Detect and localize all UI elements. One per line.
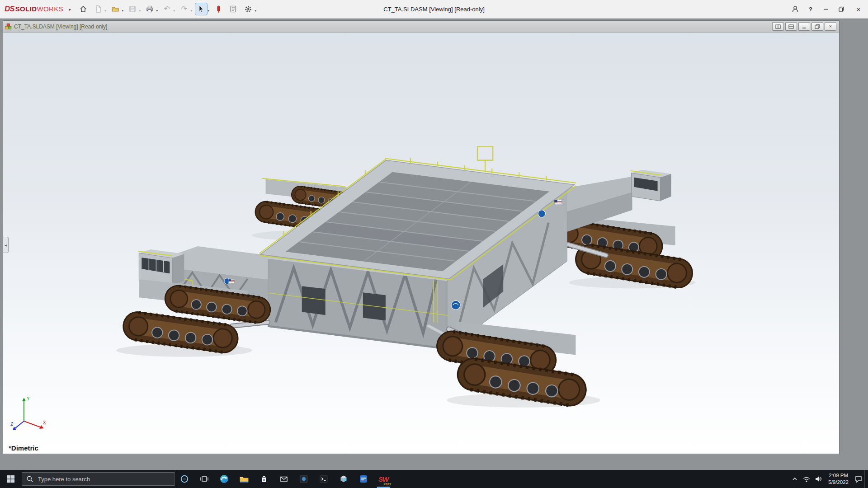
- task-view-button[interactable]: [194, 470, 214, 488]
- doc-close-button[interactable]: ×: [825, 22, 836, 31]
- redo-icon: ↷: [181, 5, 187, 13]
- mdi-client-area: CT_TA.SLDASM [Viewing] [Read-only]: [0, 19, 868, 470]
- store-button[interactable]: [254, 470, 274, 488]
- mail-envelope-icon: [279, 474, 289, 484]
- track-unit-front-right[interactable]: [429, 321, 588, 408]
- edge-icon: [219, 474, 229, 484]
- restore-icon: [839, 6, 844, 12]
- search-input[interactable]: [37, 475, 170, 483]
- print-button[interactable]: [144, 3, 156, 15]
- mail-button[interactable]: [274, 470, 294, 488]
- home-button[interactable]: [77, 3, 89, 15]
- new-document-button[interactable]: [92, 3, 104, 15]
- close-button[interactable]: ×: [849, 0, 868, 18]
- blue-app-icon: [359, 474, 368, 484]
- solidworks-icon-year: 2021: [383, 482, 391, 486]
- wifi-icon: [802, 475, 811, 483]
- undo-button[interactable]: ↶: [161, 3, 173, 15]
- terminal-button[interactable]: [314, 470, 334, 488]
- start-button[interactable]: [0, 470, 22, 488]
- triad-y-label: Y: [27, 396, 30, 401]
- split-horizontal-button[interactable]: [785, 22, 797, 31]
- menu-expand-arrow-icon[interactable]: ▸: [69, 7, 71, 12]
- print-icon: [146, 5, 154, 13]
- touch-mode-button[interactable]: [212, 3, 224, 15]
- undo-icon: ↶: [164, 5, 170, 13]
- user-icon: [791, 5, 799, 13]
- redo-dropdown-caret-icon[interactable]: ▾: [190, 9, 192, 15]
- open-dropdown-caret-icon[interactable]: ▾: [122, 9, 123, 15]
- photos-icon: [299, 474, 309, 484]
- action-center-button[interactable]: [853, 470, 864, 488]
- assembly-doc-icon: [5, 23, 12, 30]
- save-icon: [128, 5, 137, 13]
- dassault-logo-mark: DS: [5, 5, 14, 14]
- solidworks-app-window: DS SOLID WORKS ▸ ▾: [0, 0, 868, 488]
- account-button[interactable]: [788, 0, 803, 18]
- volume-button[interactable]: [812, 470, 824, 488]
- new-document-icon: [94, 5, 102, 13]
- options-button[interactable]: [242, 3, 254, 15]
- 3d-model-canvas[interactable]: [3, 33, 839, 454]
- options-dropdown-caret-icon[interactable]: ▾: [255, 9, 256, 15]
- save-button[interactable]: [127, 3, 138, 15]
- taskbar-clock[interactable]: 2:09 PM 5/9/2022: [824, 472, 853, 486]
- clock-time: 2:09 PM: [828, 472, 849, 479]
- taskbar-search[interactable]: [22, 472, 175, 486]
- window-controls: ? ×: [788, 0, 868, 18]
- document-window: CT_TA.SLDASM [Viewing] [Read-only]: [3, 20, 840, 454]
- brand-works-text: WORKS: [37, 5, 63, 13]
- feature-panel-collapse-handle[interactable]: ◀: [3, 237, 9, 253]
- main-toolbar: ▾ ▾ ▾: [77, 3, 259, 15]
- help-icon: ?: [809, 6, 812, 13]
- folder-icon: [239, 474, 249, 484]
- doc-minimize-button[interactable]: [798, 22, 810, 31]
- redo-button[interactable]: ↷: [178, 3, 190, 15]
- doc-restore-button[interactable]: [811, 22, 823, 31]
- select-dropdown-caret-icon[interactable]: ▾: [208, 9, 209, 15]
- store-bag-icon: [259, 474, 269, 484]
- print-dropdown-caret-icon[interactable]: ▾: [156, 9, 158, 15]
- undo-dropdown-caret-icon[interactable]: ▾: [173, 9, 175, 15]
- 3d-viewer-button[interactable]: [334, 470, 354, 488]
- properties-sheet-icon: [229, 5, 237, 13]
- show-desktop-button[interactable]: [864, 470, 868, 488]
- solidworks-app-icon: SW 2021: [377, 473, 390, 485]
- help-button[interactable]: ?: [803, 0, 818, 18]
- cortana-button[interactable]: [175, 470, 194, 488]
- triad-x-label: X: [43, 420, 46, 425]
- solidworks-logo: DS SOLID WORKS: [5, 5, 63, 14]
- deck-crane-frame[interactable]: [477, 147, 493, 172]
- new-dropdown-caret-icon[interactable]: ▾: [104, 9, 106, 15]
- properties-button[interactable]: [227, 3, 239, 15]
- settings-app-button[interactable]: [354, 470, 373, 488]
- close-icon: ×: [857, 5, 861, 13]
- open-folder-icon: [111, 5, 119, 13]
- document-title: CT_TA.SLDASM [Viewing] [Read-only]: [14, 23, 107, 30]
- solidworks-taskbar-button[interactable]: SW 2021: [373, 470, 393, 488]
- open-button[interactable]: [109, 3, 121, 15]
- speaker-icon: [814, 475, 822, 483]
- terminal-icon: [319, 474, 329, 484]
- split-horizontal-icon: [788, 24, 794, 29]
- app-titlebar: DS SOLID WORKS ▸ ▾: [0, 0, 868, 19]
- home-icon: [79, 5, 87, 13]
- select-tool-button[interactable]: [195, 3, 207, 15]
- doc-close-icon: ×: [829, 24, 832, 29]
- solidworks-icon-letters: SW: [378, 475, 388, 483]
- windows-logo-icon: [7, 475, 15, 483]
- clock-date: 5/9/2022: [828, 479, 849, 486]
- edge-browser-button[interactable]: [214, 470, 234, 488]
- window-title: CT_TA.SLDASM [Viewing] [Read-only]: [383, 6, 485, 13]
- system-tray: 2:09 PM 5/9/2022: [789, 470, 868, 488]
- split-vertical-button[interactable]: [772, 22, 784, 31]
- graphics-viewport[interactable]: ◀ Y X Z *Dimetric: [3, 33, 839, 454]
- minimize-button[interactable]: [818, 0, 834, 18]
- save-dropdown-caret-icon[interactable]: ▾: [139, 9, 141, 15]
- photos-button[interactable]: [294, 470, 314, 488]
- tray-overflow-button[interactable]: [789, 470, 801, 488]
- triad-z-label: Z: [10, 422, 13, 427]
- restore-button[interactable]: [834, 0, 849, 18]
- file-explorer-button[interactable]: [234, 470, 254, 488]
- network-button[interactable]: [801, 470, 812, 488]
